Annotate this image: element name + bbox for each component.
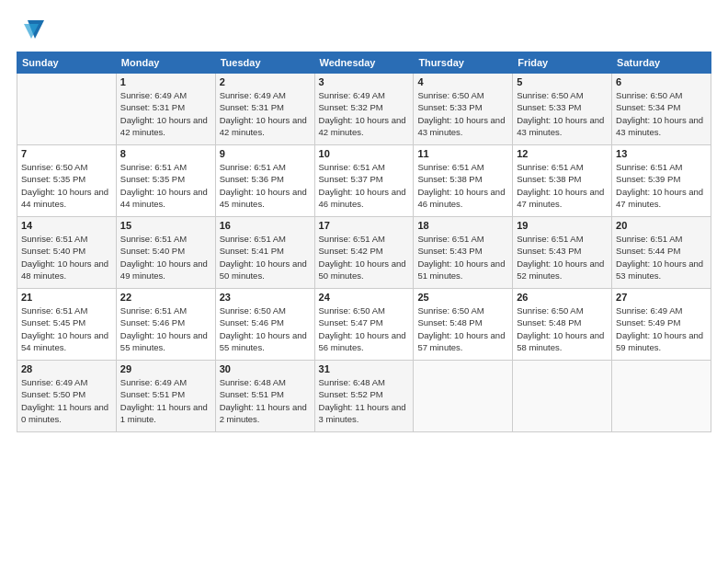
day-info: Sunrise: 6:50 AMSunset: 5:48 PMDaylight:… — [517, 304, 608, 353]
day-number: 26 — [517, 292, 608, 303]
calendar-cell: 24Sunrise: 6:50 AMSunset: 5:47 PMDayligh… — [314, 289, 414, 361]
calendar-cell: 20Sunrise: 6:51 AMSunset: 5:44 PMDayligh… — [612, 217, 711, 289]
day-number: 29 — [120, 363, 211, 374]
calendar-cell — [414, 361, 513, 432]
day-info: Sunrise: 6:51 AMSunset: 5:38 PMDaylight:… — [417, 161, 508, 210]
day-info: Sunrise: 6:51 AMSunset: 5:45 PMDaylight:… — [21, 304, 112, 353]
calendar-week-row: 28Sunrise: 6:49 AMSunset: 5:50 PMDayligh… — [17, 361, 711, 432]
day-info: Sunrise: 6:49 AMSunset: 5:51 PMDaylight:… — [120, 376, 211, 425]
day-info: Sunrise: 6:50 AMSunset: 5:46 PMDaylight:… — [220, 304, 311, 353]
day-info: Sunrise: 6:50 AMSunset: 5:33 PMDaylight:… — [517, 89, 608, 138]
day-info: Sunrise: 6:49 AMSunset: 5:31 PMDaylight:… — [120, 89, 211, 138]
day-number: 1 — [120, 76, 211, 87]
day-info: Sunrise: 6:51 AMSunset: 5:36 PMDaylight:… — [220, 161, 311, 210]
day-number: 27 — [616, 292, 707, 303]
day-info: Sunrise: 6:50 AMSunset: 5:35 PMDaylight:… — [21, 161, 112, 210]
day-number: 4 — [417, 76, 508, 87]
weekday-header: Saturday — [612, 52, 711, 74]
calendar-cell — [612, 361, 711, 432]
day-number: 30 — [220, 363, 311, 374]
weekday-header-row: SundayMondayTuesdayWednesdayThursdayFrid… — [17, 52, 711, 74]
calendar-cell: 1Sunrise: 6:49 AMSunset: 5:31 PMDaylight… — [116, 74, 215, 145]
weekday-header: Sunday — [17, 52, 117, 74]
day-number: 20 — [616, 220, 707, 231]
calendar-cell: 4Sunrise: 6:50 AMSunset: 5:33 PMDaylight… — [414, 74, 513, 145]
day-number: 24 — [319, 292, 410, 303]
logo-icon — [18, 17, 44, 42]
logo — [17, 17, 44, 42]
calendar-cell: 26Sunrise: 6:50 AMSunset: 5:48 PMDayligh… — [513, 289, 612, 361]
day-number: 28 — [21, 363, 112, 374]
day-info: Sunrise: 6:51 AMSunset: 5:39 PMDaylight:… — [616, 161, 707, 210]
day-number: 18 — [417, 220, 508, 231]
calendar-cell: 27Sunrise: 6:49 AMSunset: 5:49 PMDayligh… — [612, 289, 711, 361]
day-info: Sunrise: 6:51 AMSunset: 5:43 PMDaylight:… — [417, 233, 508, 282]
day-number: 13 — [616, 148, 707, 159]
day-number: 7 — [21, 148, 112, 159]
weekday-header: Friday — [513, 52, 612, 74]
day-number: 16 — [220, 220, 311, 231]
day-number: 19 — [517, 220, 608, 231]
day-info: Sunrise: 6:49 AMSunset: 5:31 PMDaylight:… — [220, 89, 311, 138]
day-info: Sunrise: 6:50 AMSunset: 5:47 PMDaylight:… — [319, 304, 410, 353]
calendar-cell: 21Sunrise: 6:51 AMSunset: 5:45 PMDayligh… — [17, 289, 117, 361]
calendar-cell: 10Sunrise: 6:51 AMSunset: 5:37 PMDayligh… — [314, 145, 414, 217]
day-number: 8 — [120, 148, 211, 159]
day-info: Sunrise: 6:50 AMSunset: 5:48 PMDaylight:… — [417, 304, 508, 353]
day-info: Sunrise: 6:51 AMSunset: 5:37 PMDaylight:… — [319, 161, 410, 210]
calendar-cell: 18Sunrise: 6:51 AMSunset: 5:43 PMDayligh… — [414, 217, 513, 289]
calendar-cell: 3Sunrise: 6:49 AMSunset: 5:32 PMDaylight… — [314, 74, 414, 145]
day-info: Sunrise: 6:48 AMSunset: 5:51 PMDaylight:… — [220, 376, 311, 425]
day-number: 15 — [120, 220, 211, 231]
day-number: 3 — [319, 76, 410, 87]
calendar-cell: 6Sunrise: 6:50 AMSunset: 5:34 PMDaylight… — [612, 74, 711, 145]
weekday-header: Wednesday — [314, 52, 414, 74]
day-info: Sunrise: 6:51 AMSunset: 5:41 PMDaylight:… — [220, 233, 311, 282]
day-info: Sunrise: 6:50 AMSunset: 5:34 PMDaylight:… — [616, 89, 707, 138]
calendar-week-row: 7Sunrise: 6:50 AMSunset: 5:35 PMDaylight… — [17, 145, 711, 217]
day-number: 31 — [319, 363, 410, 374]
calendar-cell — [17, 74, 117, 145]
calendar-cell: 2Sunrise: 6:49 AMSunset: 5:31 PMDaylight… — [215, 74, 314, 145]
calendar-week-row: 1Sunrise: 6:49 AMSunset: 5:31 PMDaylight… — [17, 74, 711, 145]
day-number: 23 — [220, 292, 311, 303]
day-number: 25 — [417, 292, 508, 303]
calendar-cell: 17Sunrise: 6:51 AMSunset: 5:42 PMDayligh… — [314, 217, 414, 289]
day-info: Sunrise: 6:51 AMSunset: 5:40 PMDaylight:… — [120, 233, 211, 282]
calendar-cell: 28Sunrise: 6:49 AMSunset: 5:50 PMDayligh… — [17, 361, 117, 432]
calendar-cell: 15Sunrise: 6:51 AMSunset: 5:40 PMDayligh… — [116, 217, 215, 289]
day-number: 10 — [319, 148, 410, 159]
calendar-cell: 5Sunrise: 6:50 AMSunset: 5:33 PMDaylight… — [513, 74, 612, 145]
calendar-cell: 7Sunrise: 6:50 AMSunset: 5:35 PMDaylight… — [17, 145, 117, 217]
weekday-header: Thursday — [414, 52, 513, 74]
calendar-cell: 25Sunrise: 6:50 AMSunset: 5:48 PMDayligh… — [414, 289, 513, 361]
day-number: 17 — [319, 220, 410, 231]
day-info: Sunrise: 6:49 AMSunset: 5:32 PMDaylight:… — [319, 89, 410, 138]
calendar-cell: 11Sunrise: 6:51 AMSunset: 5:38 PMDayligh… — [414, 145, 513, 217]
calendar-cell: 12Sunrise: 6:51 AMSunset: 5:38 PMDayligh… — [513, 145, 612, 217]
weekday-header: Tuesday — [215, 52, 314, 74]
day-info: Sunrise: 6:51 AMSunset: 5:35 PMDaylight:… — [120, 161, 211, 210]
day-number: 12 — [517, 148, 608, 159]
calendar-cell: 9Sunrise: 6:51 AMSunset: 5:36 PMDaylight… — [215, 145, 314, 217]
calendar-cell: 14Sunrise: 6:51 AMSunset: 5:40 PMDayligh… — [17, 217, 117, 289]
day-info: Sunrise: 6:51 AMSunset: 5:44 PMDaylight:… — [616, 233, 707, 282]
day-number: 21 — [21, 292, 112, 303]
weekday-header: Monday — [116, 52, 215, 74]
day-info: Sunrise: 6:51 AMSunset: 5:38 PMDaylight:… — [517, 161, 608, 210]
calendar-cell: 16Sunrise: 6:51 AMSunset: 5:41 PMDayligh… — [215, 217, 314, 289]
calendar-week-row: 21Sunrise: 6:51 AMSunset: 5:45 PMDayligh… — [17, 289, 711, 361]
page: SundayMondayTuesdayWednesdayThursdayFrid… — [0, 0, 728, 563]
header — [17, 17, 711, 42]
calendar-cell: 13Sunrise: 6:51 AMSunset: 5:39 PMDayligh… — [612, 145, 711, 217]
day-number: 5 — [517, 76, 608, 87]
calendar-cell: 29Sunrise: 6:49 AMSunset: 5:51 PMDayligh… — [116, 361, 215, 432]
day-info: Sunrise: 6:48 AMSunset: 5:52 PMDaylight:… — [319, 376, 410, 425]
calendar-cell: 23Sunrise: 6:50 AMSunset: 5:46 PMDayligh… — [215, 289, 314, 361]
calendar-cell: 22Sunrise: 6:51 AMSunset: 5:46 PMDayligh… — [116, 289, 215, 361]
calendar-week-row: 14Sunrise: 6:51 AMSunset: 5:40 PMDayligh… — [17, 217, 711, 289]
calendar-cell: 19Sunrise: 6:51 AMSunset: 5:43 PMDayligh… — [513, 217, 612, 289]
day-info: Sunrise: 6:49 AMSunset: 5:50 PMDaylight:… — [21, 376, 112, 425]
day-info: Sunrise: 6:51 AMSunset: 5:42 PMDaylight:… — [319, 233, 410, 282]
day-info: Sunrise: 6:50 AMSunset: 5:33 PMDaylight:… — [417, 89, 508, 138]
